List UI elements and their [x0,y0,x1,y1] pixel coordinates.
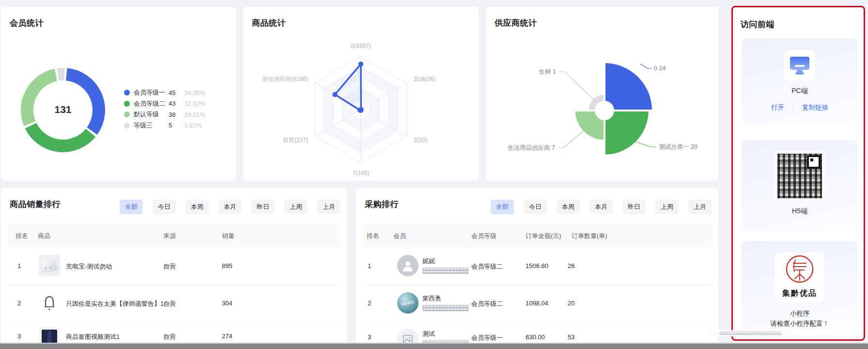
tab-last-week[interactable]: 上周 [655,200,679,214]
count-cell: 26 [568,262,574,270]
legend-value: 43 [169,100,184,107]
level-cell: 会员等级一 [471,333,503,342]
rank-cell: 1 [368,262,371,270]
table-header: 排名 会员 会员等级 订单金额(元) 订单数量(单) [363,224,712,247]
legend-label: 默认等级 [134,110,169,119]
miniprogram-title: 小程序 [742,309,858,319]
legend-dot [124,90,130,95]
link-separator [793,104,793,111]
row-divider [363,247,712,248]
sales-cell: 304 [222,300,232,307]
count-cell: 53 [568,333,574,341]
tab-today[interactable]: 今日 [153,200,176,214]
miniprogram-logo-text: 集黔优品 [775,288,824,299]
purchase-rank-tabs: 全部 今日 本周 本月 昨日 上周 上月 [491,200,712,214]
legend-item: 等级三 5 3.82% [124,120,205,131]
legend-item: 默认等级 38 29.01% [124,109,205,120]
horizontal-scrollbar[interactable] [0,343,868,349]
tab-this-month[interactable]: 本月 [218,200,242,214]
rank-cell: 3 [17,333,21,340]
svg-text:芸信供应链(6186): 芸信供应链(6186) [262,76,308,82]
tab-all[interactable]: 全部 [120,200,143,214]
svg-text:7(145): 7(145) [353,170,370,176]
member-stats-panel: 会员统计 131 会员等级一 45 34.35% 会员等级二 43 32.82%… [1,7,236,181]
col-count: 订单数量(单) [572,224,607,247]
legend-percent: 34.35% [184,89,205,96]
copy-link[interactable]: 复制链接 [802,103,828,112]
level-cell: 会员等级二 [471,300,503,308]
row-divider [8,247,341,248]
member-name: 妮妮 [422,257,469,266]
legend-value: 45 [169,89,184,96]
col-rank: 排名 [16,224,28,247]
row-divider [363,322,712,322]
legend-percent: 3.82% [184,122,202,129]
miniprogram-logo-box: 集黔优品 [775,253,824,302]
row-divider [8,322,341,322]
supplier-rose-chart: 0 24测试分类一 20生活用品供应商 7生鲜 1 [486,7,718,181]
level-cell: 会员等级二 [471,262,503,271]
miniprogram-card: 集黔优品 小程序 请检查小程序配置！ [742,241,858,329]
dashboard: 会员统计 131 会员等级一 45 34.35% 会员等级二 43 32.82%… [0,0,868,349]
clipped-tooltip-artifact [709,330,790,336]
member-name-block: 莱西奥 [422,294,469,311]
amount-cell: 630.00 [526,333,545,341]
svg-text:自营(237): 自营(237) [283,137,308,143]
pc-icon-box [784,50,815,81]
rank-cell: 2 [17,300,21,307]
masked-phone [422,305,469,311]
tab-this-month[interactable]: 本月 [589,200,613,214]
qr-code [777,154,822,198]
product-name: 商品首图视频测试1 [66,333,120,341]
qr-code-box [775,151,825,201]
avatar-text: NEWS [401,300,414,306]
legend-label: 会员等级二 [134,99,169,108]
product-radar-chart: 8(9387)其他(36)2(33)7(145)自营(237)芸信供应链(618… [243,7,479,181]
panel-title: 采购排行 [365,199,399,210]
legend-item: 会员等级二 43 32.82% [124,98,205,110]
h5-label: H5端 [742,207,858,216]
source-cell: 自营 [163,333,176,341]
tab-last-month[interactable]: 上月 [317,200,341,214]
svg-text:2(33): 2(33) [414,137,427,143]
tab-yesterday[interactable]: 昨日 [251,200,275,214]
member-legend: 会员等级一 45 34.35% 会员等级二 43 32.82% 默认等级 38 … [124,87,205,131]
tab-this-week[interactable]: 本周 [186,200,209,214]
miniprogram-label: 小程序 请检查小程序配置！ [742,309,858,329]
tab-today[interactable]: 今日 [524,200,547,214]
pc-label: PC端 [742,87,858,95]
svg-text:测试分类一 20: 测试分类一 20 [659,143,698,150]
member-name: 测试 [422,330,469,338]
legend-percent: 29.01% [184,111,205,118]
qr-finder-icon [807,155,821,169]
source-cell: 自营 [163,262,176,271]
tab-all[interactable]: 全部 [491,200,514,214]
legend-dot [124,123,130,128]
tab-this-week[interactable]: 本周 [557,200,580,214]
col-sales: 销量 [222,224,234,247]
panel-title: 访问前端 [741,19,775,30]
col-rank: 排名 [367,224,379,247]
svg-text:其他(36): 其他(36) [414,76,435,82]
pc-links: 打开 复制链接 [742,103,858,112]
legend-item: 会员等级一 45 34.35% [124,87,205,98]
panel-title: 商品统计 [252,17,286,29]
row-divider [8,285,341,285]
monitor-icon [789,56,810,75]
col-source: 来源 [163,224,176,247]
svg-text:生活用品供应商 7: 生活用品供应商 7 [508,144,555,151]
amount-cell: 1506.80 [526,262,548,270]
open-link[interactable]: 打开 [771,103,784,112]
count-cell: 20 [568,300,574,307]
tab-last-week[interactable]: 上周 [284,200,308,214]
legend-dot [124,111,130,117]
tab-last-month[interactable]: 上月 [688,200,712,214]
col-member: 会员 [393,224,406,247]
supplier-stats-panel: 0 24测试分类一 20生活用品供应商 7生鲜 1 供应商统计 [486,7,718,181]
member-name: 莱西奥 [422,294,469,303]
tab-yesterday[interactable]: 昨日 [622,200,646,214]
col-level: 会员等级 [471,224,496,247]
row-divider [363,285,712,285]
legend-percent: 32.82% [184,100,205,107]
sales-rank-panel: 商品销量排行 全部 今日 本周 本月 昨日 上周 上月 排名 商品 来源 销量 … [1,188,347,349]
